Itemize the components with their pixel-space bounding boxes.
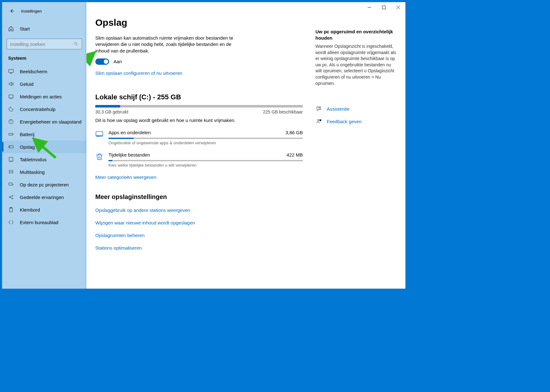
- back-button[interactable]: [7, 6, 17, 16]
- more-storage-link-3[interactable]: Stations optimaliseren: [95, 245, 142, 251]
- sidebar-item-label: Concentratiehulp: [20, 107, 55, 112]
- svg-point-20: [319, 109, 319, 109]
- category-size: 3,86 GB: [286, 130, 303, 135]
- minimize-button[interactable]: [362, 2, 376, 12]
- notifications-icon: [8, 94, 14, 99]
- svg-point-8: [11, 161, 11, 161]
- sidebar-item-project[interactable]: Op deze pc projecteren: [2, 178, 86, 191]
- sidebar-item-label: Beeldscherm: [20, 69, 47, 74]
- feedback-icon: [316, 119, 322, 124]
- disk-used-label: 30,3 GB gebruikt: [95, 109, 128, 114]
- sidebar-item-sound[interactable]: Geluid: [2, 78, 86, 90]
- search-icon: [74, 41, 79, 47]
- svg-point-11: [12, 195, 13, 196]
- sidebar-item-focus[interactable]: Concentratiehulp: [2, 103, 86, 115]
- nav-group-label: Systeem: [2, 49, 86, 65]
- svg-point-19: [99, 136, 99, 136]
- svg-rect-9: [9, 183, 12, 185]
- disk-usage-description: Dit is hoe uw opslag wordt gebruikt en h…: [95, 118, 303, 123]
- svg-point-18: [98, 136, 98, 136]
- category-subtext: Ongebruikte of ongewenste apps & onderde…: [108, 141, 303, 145]
- page-title: Opslag: [95, 17, 303, 28]
- disk-heading: Lokale schijf (C:) - 255 GB: [95, 93, 303, 101]
- tablet-icon: [8, 157, 14, 162]
- storage-sense-toggle[interactable]: [95, 58, 109, 65]
- sidebar-item-label: Tabletmodus: [20, 157, 47, 162]
- get-help-link[interactable]: Assistentie: [315, 106, 397, 112]
- multitask-icon: [8, 169, 14, 175]
- svg-rect-4: [9, 133, 13, 135]
- storage-sense-description: Slim opslaan kan automatisch ruimte vrij…: [95, 35, 240, 54]
- battery-icon: [8, 131, 14, 137]
- sidebar-item-label: Gedeelde ervaringen: [20, 195, 64, 200]
- configure-storage-sense-link[interactable]: Slim opslaan configureren of nu uitvoere…: [95, 70, 182, 76]
- svg-point-10: [9, 197, 10, 198]
- show-more-categories-link[interactable]: Meer categorieën weergeven: [95, 174, 156, 180]
- home-label: Start: [20, 26, 30, 31]
- sidebar-item-notifications[interactable]: Meldingen en acties: [2, 90, 86, 103]
- category-bar: [108, 160, 303, 161]
- search-box[interactable]: [7, 39, 82, 49]
- sidebar-item-multitask[interactable]: Multitasking: [2, 166, 86, 178]
- category-bar: [108, 138, 303, 139]
- category-subtext: Kies welke tijdelijke bestanden u wilt v…: [108, 163, 303, 168]
- svg-point-6: [10, 146, 10, 147]
- focus-icon: [8, 106, 14, 112]
- sound-icon: [8, 81, 14, 87]
- give-feedback-label: Feedback geven: [327, 119, 362, 124]
- project-icon: [8, 182, 14, 187]
- disk-usage-bar: [95, 105, 303, 108]
- clipboard-icon: [8, 207, 14, 213]
- info-column: Uw pc opgeruimd en overzichtelijk houden…: [315, 17, 397, 289]
- sidebar-item-storage[interactable]: Opslag: [2, 141, 86, 153]
- info-heading: Uw pc opgeruimd en overzichtelijk houden: [315, 29, 397, 41]
- sidebar-item-clipboard[interactable]: Klembord: [2, 203, 86, 216]
- svg-point-0: [75, 42, 77, 45]
- sidebar-item-label: Energiebeheer en slaapstand: [20, 119, 81, 124]
- remote-icon: [8, 219, 14, 225]
- more-storage-link-2[interactable]: Opslagruimten beheren: [95, 233, 145, 238]
- svg-rect-15: [382, 6, 385, 9]
- category-name: Tijdelijke bestanden: [108, 152, 150, 157]
- sidebar-item-label: Meldingen en acties: [20, 94, 62, 99]
- sidebar-item-shared[interactable]: Gedeelde ervaringen: [2, 191, 86, 203]
- close-button[interactable]: [391, 2, 405, 12]
- get-help-label: Assistentie: [327, 106, 350, 112]
- storage-category-trash[interactable]: Tijdelijke bestanden422 MB Kies welke ti…: [95, 152, 303, 168]
- storage-category-apps[interactable]: Apps en onderdelen3,86 GB Ongebruikte of…: [95, 130, 303, 145]
- content-column: Opslag Slim opslaan kan automatisch ruim…: [95, 17, 303, 289]
- disk-free-label: 225 GB beschikbaar: [263, 109, 303, 114]
- svg-point-12: [12, 198, 13, 199]
- power-icon: [8, 119, 14, 124]
- sidebar-item-power[interactable]: Energiebeheer en slaapstand: [2, 115, 86, 128]
- more-storage-settings-heading: Meer opslaginstellingen: [95, 193, 303, 201]
- home-icon: [8, 26, 14, 31]
- sidebar-item-label: Op deze pc projecteren: [20, 182, 69, 187]
- more-storage-link-1[interactable]: Wijzigen waar nieuwe inhoud wordt opgesl…: [95, 220, 195, 225]
- settings-window: Instellingen Start Systeem BeeldschermGe…: [2, 2, 406, 289]
- storage-icon: [8, 144, 14, 150]
- search-input[interactable]: [10, 41, 74, 47]
- sidebar-item-label: Batterij: [20, 132, 35, 137]
- sidebar-item-display[interactable]: Beeldscherm: [2, 65, 86, 78]
- window-controls: [362, 2, 405, 12]
- app-title: Instellingen: [21, 9, 42, 14]
- home-button[interactable]: Start: [2, 22, 86, 36]
- help-icon: [316, 106, 322, 112]
- svg-rect-2: [9, 95, 13, 98]
- apps-icon: [95, 130, 104, 139]
- give-feedback-link[interactable]: Feedback geven: [315, 119, 397, 124]
- sidebar-item-label: Opslag: [20, 144, 35, 150]
- sidebar-item-tablet[interactable]: Tabletmodus: [2, 153, 86, 166]
- svg-point-21: [317, 119, 319, 121]
- sidebar: Instellingen Start Systeem BeeldschermGe…: [2, 2, 86, 289]
- shared-icon: [8, 194, 14, 200]
- sidebar-item-battery[interactable]: Batterij: [2, 128, 86, 141]
- more-storage-link-0[interactable]: Opslaggebruik op andere stations weergev…: [95, 207, 190, 213]
- svg-point-17: [97, 136, 97, 136]
- sidebar-item-remote[interactable]: Extern bureaublad: [2, 216, 86, 229]
- maximize-button[interactable]: [376, 2, 391, 12]
- info-text: Wanneer Opslaginzicht is ingeschakeld, w…: [315, 43, 397, 86]
- sidebar-item-label: Klembord: [20, 207, 40, 213]
- sidebar-item-label: Extern bureaublad: [20, 220, 58, 225]
